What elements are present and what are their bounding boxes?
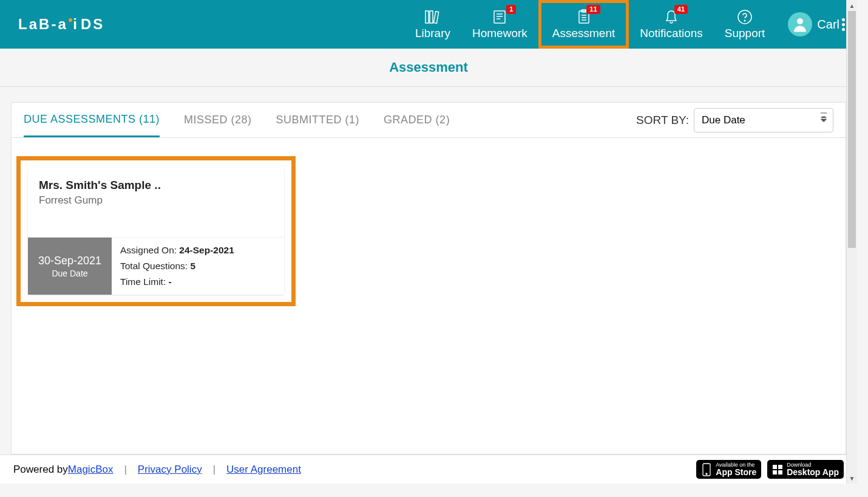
sort-caret-icon bbox=[821, 115, 827, 122]
svg-point-13 bbox=[744, 20, 745, 21]
windows-icon bbox=[772, 464, 783, 475]
app-store-button[interactable]: Available on the App Store bbox=[696, 460, 761, 479]
due-date-box: 30-Sep-2021 Due Date bbox=[28, 238, 112, 295]
svg-rect-1 bbox=[430, 11, 433, 23]
logo[interactable]: LaB-a●iDS bbox=[18, 16, 104, 33]
notifications-badge: 41 bbox=[674, 5, 688, 14]
total-questions-label: Total Questions: bbox=[120, 261, 190, 271]
tabs-row: DUE ASSESSMENTS (11) MISSED (28) SUBMITT… bbox=[12, 103, 846, 138]
assessment-card[interactable]: Mrs. Smith's Sample .. Forrest Gump 30-S… bbox=[28, 168, 284, 295]
assigned-on-label: Assigned On: bbox=[120, 245, 179, 255]
library-icon bbox=[424, 9, 442, 26]
user-menu[interactable]: Carl bbox=[788, 12, 845, 36]
card-subtitle: Forrest Gump bbox=[39, 194, 273, 207]
nav-label: Homework bbox=[472, 27, 527, 40]
magicbox-link[interactable]: MagicBox bbox=[68, 464, 114, 476]
desktop-app-button[interactable]: Download Desktop App bbox=[767, 460, 844, 479]
user-agreement-link[interactable]: User Agreement bbox=[226, 464, 301, 476]
desktop-big: Desktop App bbox=[787, 468, 839, 476]
main-nav: Library 1 Homework 11 Assessment 4 bbox=[404, 0, 776, 49]
tab-due-assessments[interactable]: DUE ASSESSMENTS (11) bbox=[24, 103, 160, 137]
svg-rect-20 bbox=[778, 470, 782, 475]
tab-submitted[interactable]: SUBMITTED (1) bbox=[276, 104, 360, 136]
privacy-policy-link[interactable]: Privacy Policy bbox=[138, 464, 202, 476]
separator: | bbox=[213, 464, 215, 476]
homework-icon: 1 bbox=[492, 9, 507, 26]
assigned-on-value: 24-Sep-2021 bbox=[179, 245, 234, 255]
nav-label: Assessment bbox=[552, 27, 615, 40]
avatar bbox=[788, 12, 812, 36]
due-date-label: Due Date bbox=[52, 269, 87, 278]
nav-label: Notifications bbox=[640, 27, 703, 40]
svg-rect-18 bbox=[778, 465, 782, 469]
sort-area: SORT BY: Due Date bbox=[636, 108, 833, 132]
powered-by-label: Powered by bbox=[13, 464, 68, 476]
user-name: Carl bbox=[817, 18, 839, 32]
assigned-on-row: Assigned On: 24-Sep-2021 bbox=[120, 245, 234, 256]
tab-missed[interactable]: MISSED (28) bbox=[184, 104, 252, 136]
header-bar: LaB-a●iDS Library 1 Homework 11 bbox=[0, 0, 857, 49]
page-title: Assessment bbox=[0, 60, 857, 75]
page-subheader: Assessment bbox=[0, 49, 857, 87]
nav-library[interactable]: Library bbox=[404, 0, 461, 49]
scroll-down-arrow[interactable]: ▼ bbox=[847, 473, 857, 484]
total-questions-value: 5 bbox=[190, 261, 195, 271]
assessment-panel: DUE ASSESSMENTS (11) MISSED (28) SUBMITT… bbox=[11, 102, 846, 454]
sort-select[interactable]: Due Date bbox=[694, 108, 833, 132]
phone-icon bbox=[701, 463, 712, 476]
assessment-badge: 11 bbox=[586, 5, 600, 14]
svg-point-16 bbox=[706, 473, 707, 475]
appstore-big: App Store bbox=[716, 468, 756, 476]
total-questions-row: Total Questions: 5 bbox=[120, 261, 234, 272]
card-title: Mrs. Smith's Sample .. bbox=[39, 179, 273, 192]
nav-label: Support bbox=[725, 27, 765, 40]
bell-icon: 41 bbox=[663, 9, 679, 26]
kebab-icon bbox=[842, 18, 845, 31]
scrollbar[interactable]: ▲ ▼ bbox=[846, 0, 857, 484]
svg-rect-19 bbox=[773, 470, 777, 475]
due-date: 30-Sep-2021 bbox=[38, 255, 101, 267]
card-info: Assigned On: 24-Sep-2021 Total Questions… bbox=[112, 238, 243, 295]
cards-container: Mrs. Smith's Sample .. Forrest Gump 30-S… bbox=[12, 138, 846, 324]
scroll-up-arrow[interactable]: ▲ bbox=[847, 0, 857, 11]
assessment-icon: 11 bbox=[576, 9, 592, 26]
time-limit-label: Time Limit: bbox=[120, 276, 169, 287]
nav-label: Library bbox=[415, 27, 450, 40]
separator: | bbox=[124, 464, 126, 476]
sort-value: Due Date bbox=[702, 114, 745, 126]
nav-homework[interactable]: 1 Homework bbox=[461, 0, 538, 49]
scroll-thumb[interactable] bbox=[848, 11, 856, 248]
tab-graded[interactable]: GRADED (2) bbox=[384, 104, 450, 136]
help-icon bbox=[737, 9, 753, 26]
nav-assessment[interactable]: 11 Assessment bbox=[538, 0, 629, 49]
assessment-card-highlight: Mrs. Smith's Sample .. Forrest Gump 30-S… bbox=[16, 156, 296, 306]
svg-rect-2 bbox=[433, 12, 438, 24]
svg-point-14 bbox=[797, 18, 803, 24]
nav-notifications[interactable]: 41 Notifications bbox=[629, 0, 714, 49]
time-limit-row: Time Limit: - bbox=[120, 276, 234, 287]
footer: Powered by MagicBox | Privacy Policy | U… bbox=[0, 454, 857, 484]
svg-rect-3 bbox=[494, 11, 505, 23]
homework-badge: 1 bbox=[506, 5, 516, 14]
nav-support[interactable]: Support bbox=[714, 0, 776, 49]
svg-rect-17 bbox=[773, 465, 777, 469]
time-limit-value: - bbox=[169, 276, 172, 287]
svg-rect-0 bbox=[426, 11, 429, 23]
sort-label: SORT BY: bbox=[636, 114, 689, 127]
